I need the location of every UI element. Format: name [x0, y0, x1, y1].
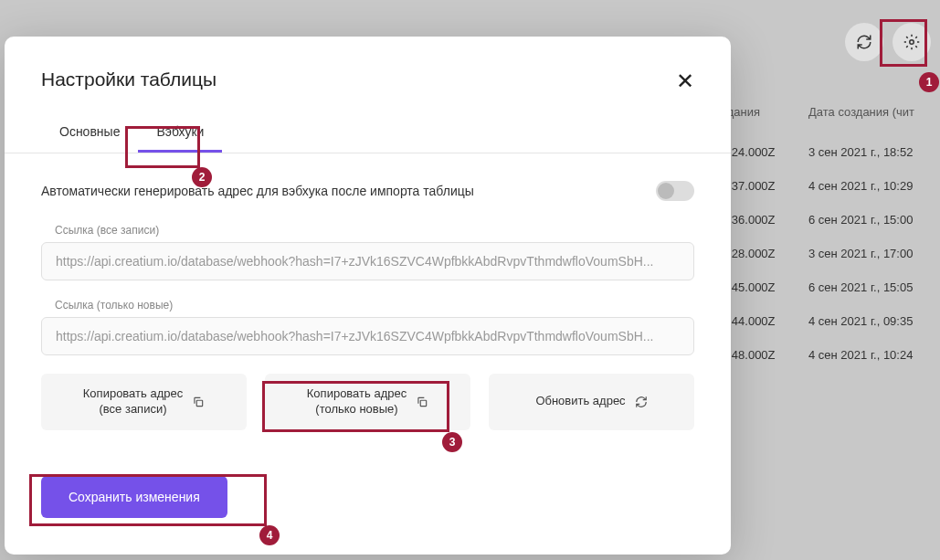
svg-rect-1 — [196, 400, 202, 406]
link-new-input[interactable] — [41, 317, 694, 355]
modal-title: Настройки таблицы — [41, 69, 694, 90]
settings-circle-button[interactable] — [892, 23, 931, 61]
annotation-badge-2: 2 — [192, 167, 212, 187]
svg-rect-2 — [420, 400, 426, 406]
table-row: 9:37.000Z 4 сен 2021 г., 10:29 — [722, 169, 940, 203]
toggle-knob — [658, 183, 674, 199]
refresh-icon — [635, 396, 648, 408]
table-row: 0:28.000Z 3 сен 2021 г., 17:00 — [722, 237, 940, 270]
link-all-input[interactable] — [41, 242, 694, 280]
table-row: 5:45.000Z 6 сен 2021 г., 15:05 — [722, 270, 940, 304]
auto-generate-label: Автоматически генерировать адрес для вэб… — [41, 184, 474, 198]
table-row: 0:36.000Z 6 сен 2021 г., 15:00 — [722, 203, 940, 237]
copy-icon — [416, 396, 428, 408]
table-row: 5:44.000Z 4 сен 2021 г., 09:35 — [722, 304, 940, 338]
table-row: 2:24.000Z 3 сен 2021 г., 18:52 — [722, 135, 940, 169]
tab-webhooks[interactable]: Вэбхуки — [138, 113, 222, 153]
annotation-badge-1: 1 — [919, 72, 939, 92]
table-header-created-readable: Дата создания (чит — [808, 105, 936, 119]
link-new-label: Ссылка (только новые) — [41, 299, 694, 312]
close-icon: ✕ — [676, 69, 694, 93]
background-table: здания Дата создания (чит 2:24.000Z 3 се… — [722, 105, 940, 372]
copy-all-button[interactable]: Копировать адрес (все записи) — [41, 374, 247, 430]
save-button[interactable]: Сохранить изменения — [41, 476, 227, 518]
table-settings-modal: Настройки таблицы ✕ Основные Вэбхуки Авт… — [5, 37, 731, 555]
refresh-address-button[interactable]: Обновить адрес — [489, 374, 694, 430]
refresh-circle-button[interactable] — [845, 23, 883, 61]
gear-icon — [903, 34, 920, 50]
close-button[interactable]: ✕ — [676, 69, 694, 94]
annotation-badge-3: 3 — [442, 432, 462, 452]
table-row: 3:48.000Z 4 сен 2021 г., 10:24 — [722, 338, 940, 372]
refresh-icon — [856, 34, 872, 50]
copy-icon — [192, 396, 205, 408]
link-all-label: Ссылка (все записи) — [41, 224, 694, 237]
auto-generate-toggle[interactable] — [656, 181, 694, 201]
copy-new-button[interactable]: Копировать адрес (только новые) — [265, 374, 470, 430]
tab-main[interactable]: Основные — [41, 113, 138, 153]
svg-point-0 — [910, 40, 914, 45]
annotation-badge-4: 4 — [259, 525, 280, 545]
table-header-created-iso: здания — [722, 105, 808, 119]
